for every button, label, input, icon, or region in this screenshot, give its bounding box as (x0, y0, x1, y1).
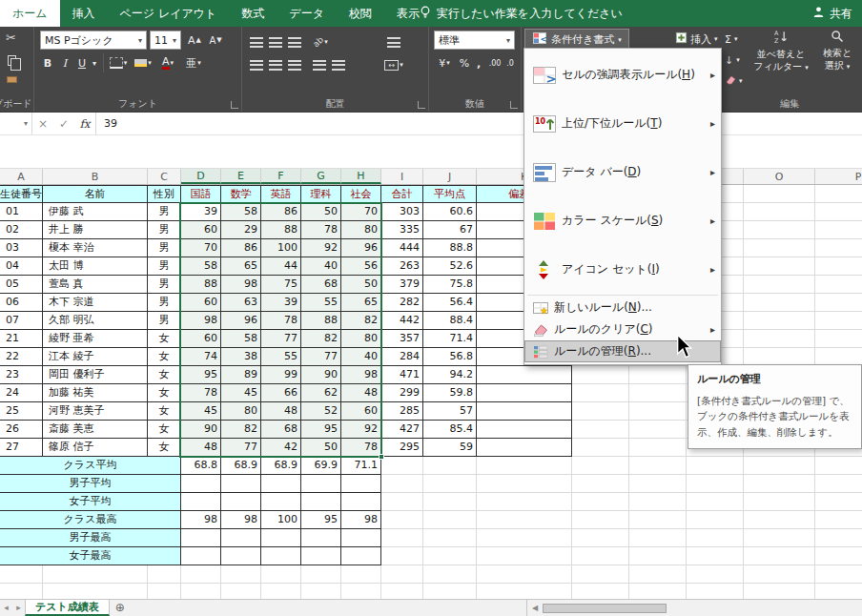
cell-B10[interactable]: 江本 綾子 (43, 348, 148, 366)
cell-D7[interactable]: 60 (181, 294, 221, 312)
cell-A13[interactable]: 25 (0, 402, 43, 421)
cell-M13[interactable] (629, 402, 687, 421)
cell-M21[interactable] (629, 547, 687, 565)
cell-O5[interactable] (744, 257, 815, 276)
fill-button[interactable]: ↓▾ (721, 50, 744, 71)
decrease-font-size-button[interactable]: A▼ (206, 31, 225, 50)
cell-B7[interactable]: 木下 宗道 (43, 294, 148, 312)
cell-M12[interactable] (629, 384, 687, 402)
cell-G6[interactable]: 68 (301, 276, 341, 294)
cell-P23[interactable] (815, 584, 862, 599)
cell-N16[interactable] (687, 457, 744, 475)
cell-K20[interactable] (477, 529, 572, 547)
cell-K22[interactable] (477, 565, 572, 584)
cut-icon[interactable]: ✂ (6, 31, 16, 45)
cell-P5[interactable] (815, 257, 862, 276)
cell-C1[interactable]: 性別 (148, 185, 181, 203)
cell-B1[interactable]: 名前 (43, 185, 148, 203)
cell-B11[interactable]: 岡田 優利子 (43, 366, 148, 384)
cell-N23[interactable] (687, 584, 744, 599)
cell-P8[interactable] (815, 312, 862, 330)
cell-P7[interactable] (815, 294, 862, 312)
cell-O6[interactable] (744, 276, 815, 294)
cell-G10[interactable]: 77 (301, 348, 341, 366)
cell-J12[interactable]: 59.8 (423, 384, 477, 402)
cell-O2[interactable] (744, 203, 815, 221)
cell-O16[interactable] (744, 457, 815, 475)
cell-E3[interactable]: 29 (221, 221, 261, 239)
cell-J18[interactable] (423, 493, 477, 511)
cell-O9[interactable] (744, 330, 815, 348)
cell-A5[interactable]: 04 (0, 257, 43, 276)
ribbon-tab-1[interactable]: 挿入 (60, 0, 108, 27)
underline-button[interactable]: U (74, 53, 90, 72)
cell-J21[interactable] (423, 547, 477, 565)
cell-L18[interactable] (572, 493, 629, 511)
cell-B14[interactable]: 斎藤 美恵 (43, 421, 148, 439)
ribbon-tab-3[interactable]: 数式 (229, 0, 277, 27)
cell-M18[interactable] (629, 493, 687, 511)
cell-K14[interactable] (477, 421, 572, 439)
cell-K13[interactable] (477, 402, 572, 421)
italic-button[interactable]: I (57, 53, 72, 72)
cell-A12[interactable]: 24 (0, 384, 43, 402)
cell-M22[interactable] (629, 565, 687, 584)
cell-O8[interactable] (744, 312, 815, 330)
cell-H19[interactable]: 98 (341, 511, 381, 529)
cell-D4[interactable]: 70 (181, 239, 221, 257)
decrease-indent-button[interactable] (311, 55, 328, 74)
menu-item-4[interactable]: アイコン セット(I)▸ (524, 245, 721, 294)
cell-H14[interactable]: 92 (341, 421, 381, 439)
cell-D19[interactable]: 98 (181, 511, 221, 529)
cell-I8[interactable]: 442 (381, 312, 423, 330)
cell-A3[interactable]: 02 (0, 221, 43, 239)
cell-F15[interactable]: 42 (261, 439, 301, 457)
cell-A15[interactable]: 27 (0, 439, 43, 457)
cell-J5[interactable]: 52.6 (423, 257, 477, 276)
insert-cells-button[interactable]: 挿入 ▾ (671, 29, 722, 50)
cell-L11[interactable] (572, 366, 629, 384)
cell-F19[interactable]: 100 (261, 511, 301, 529)
font-color-button[interactable]: A▾ (156, 53, 179, 72)
cell-K19[interactable] (477, 511, 572, 529)
increase-decimal-button[interactable]: .00 (486, 53, 503, 72)
cell-J10[interactable]: 56.8 (423, 348, 477, 366)
cell-C2[interactable]: 男 (148, 203, 181, 221)
cell-H20[interactable] (341, 529, 381, 547)
cell-O17[interactable] (744, 475, 815, 493)
cell-J2[interactable]: 60.6 (423, 203, 477, 221)
cell-O18[interactable] (744, 493, 815, 511)
cell-G2[interactable]: 50 (301, 203, 341, 221)
cell-P2[interactable] (815, 203, 862, 221)
cell-F3[interactable]: 88 (261, 221, 301, 239)
cell-A10[interactable]: 22 (0, 348, 43, 366)
cell-J13[interactable]: 57 (423, 402, 477, 421)
cell-H5[interactable]: 56 (341, 257, 381, 276)
cell-B4[interactable]: 榎本 幸治 (43, 239, 148, 257)
cell-P17[interactable] (815, 475, 862, 493)
cell-D17[interactable] (181, 475, 221, 493)
cell-G16[interactable]: 69.9 (301, 457, 341, 475)
sort-filter-button[interactable]: AZ 並べ替えと フィルター ▾ (751, 30, 811, 73)
column-header-O[interactable]: O (744, 169, 815, 184)
cell-C12[interactable]: 女 (148, 384, 181, 402)
ribbon-tab-0[interactable]: ホーム (0, 0, 60, 27)
cell-J19[interactable] (423, 511, 477, 529)
align-center-button[interactable] (267, 55, 284, 74)
cell-C3[interactable]: 男 (148, 221, 181, 239)
cell-H11[interactable]: 98 (341, 366, 381, 384)
cell-I12[interactable]: 299 (381, 384, 423, 402)
alignment-dialog-launcher-icon[interactable] (418, 101, 425, 109)
cell-D16[interactable]: 68.8 (181, 457, 221, 475)
cell-K12[interactable] (477, 384, 572, 402)
decrease-decimal-button[interactable]: .0 (503, 53, 517, 72)
cell-G15[interactable]: 50 (301, 439, 341, 457)
furigana-button[interactable]: 亜▾ (181, 53, 206, 72)
bold-button[interactable]: B (40, 53, 55, 72)
cell-D10[interactable]: 74 (181, 348, 221, 366)
cell-L16[interactable] (572, 457, 629, 475)
cell-J3[interactable]: 67 (423, 221, 477, 239)
cell-D5[interactable]: 58 (181, 257, 221, 276)
cell-E9[interactable]: 58 (221, 330, 261, 348)
ribbon-tab-2[interactable]: ページ レイアウト (108, 0, 230, 27)
